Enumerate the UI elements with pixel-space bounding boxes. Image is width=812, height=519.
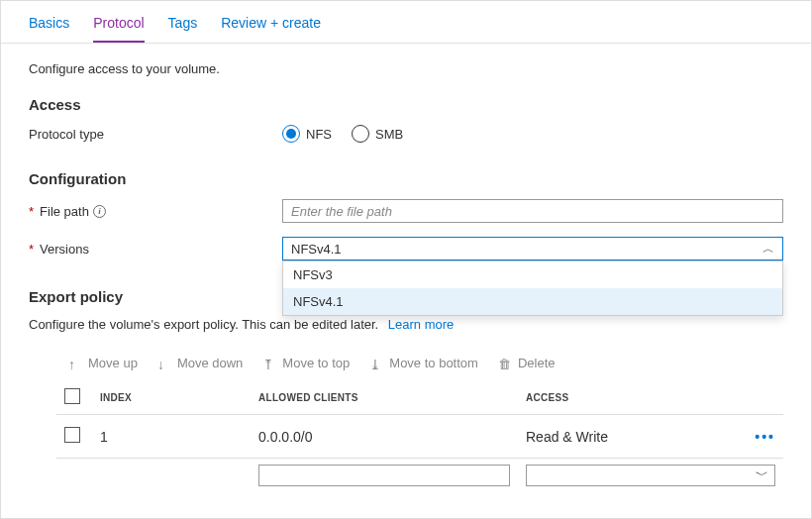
file-path-label: File path xyxy=(40,204,89,219)
table-row: 1 0.0.0.0/0 Read & Write ••• xyxy=(56,415,783,459)
column-access: ACCESS xyxy=(518,380,744,415)
move-down-button[interactable]: Move down xyxy=(157,356,243,370)
move-up-button[interactable]: Move up xyxy=(68,356,138,370)
versions-option-nfsv41[interactable]: NFSv4.1 xyxy=(283,288,782,315)
delete-button[interactable]: Delete xyxy=(498,356,556,370)
move-to-bottom-button[interactable]: Move to bottom xyxy=(369,356,478,370)
arrow-up-icon xyxy=(68,357,82,370)
file-path-input[interactable] xyxy=(282,199,783,223)
versions-dropdown: NFSv3 NFSv4.1 xyxy=(282,260,783,316)
versions-selected-value: NFSv4.1 xyxy=(291,242,342,257)
new-access-select[interactable]: ﹀ xyxy=(526,465,775,486)
row-checkbox[interactable] xyxy=(64,427,80,443)
protocol-nfs-label: NFS xyxy=(306,127,332,142)
column-index: INDEX xyxy=(92,380,251,415)
row-access: Read & Write xyxy=(518,415,744,459)
tab-basics[interactable]: Basics xyxy=(29,15,69,43)
versions-select[interactable]: NFSv4.1 ︿ xyxy=(282,237,783,260)
learn-more-link[interactable]: Learn more xyxy=(388,317,454,332)
tab-protocol[interactable]: Protocol xyxy=(93,15,144,43)
versions-label: Versions xyxy=(40,242,89,257)
protocol-nfs-radio[interactable]: NFS xyxy=(282,125,332,143)
protocol-smb-label: SMB xyxy=(375,127,403,142)
arrow-down-icon xyxy=(157,357,171,370)
tabs-bar: Basics Protocol Tags Review + create xyxy=(1,1,811,44)
export-policy-description: Configure the volume's export policy. Th… xyxy=(29,317,783,332)
trash-icon xyxy=(498,357,512,370)
access-heading: Access xyxy=(29,96,783,113)
export-policy-table: INDEX ALLOWED CLIENTS ACCESS 1 0.0.0.0/0… xyxy=(56,380,783,486)
select-all-checkbox[interactable] xyxy=(64,388,80,404)
new-allowed-clients-input[interactable] xyxy=(258,465,510,486)
arrow-bottom-icon xyxy=(369,357,383,370)
radio-icon xyxy=(352,125,369,143)
policy-toolbar: Move up Move down Move to top Move to bo… xyxy=(29,348,783,380)
chevron-up-icon: ︿ xyxy=(762,241,774,258)
table-input-row: ﹀ xyxy=(56,459,783,487)
required-marker: * xyxy=(29,204,34,219)
protocol-type-label: Protocol type xyxy=(29,127,282,142)
row-actions-menu[interactable]: ••• xyxy=(755,429,775,445)
required-marker: * xyxy=(29,242,34,257)
tab-tags[interactable]: Tags xyxy=(168,15,198,43)
tab-review-create[interactable]: Review + create xyxy=(221,15,321,43)
configuration-heading: Configuration xyxy=(29,170,783,187)
radio-icon xyxy=(282,125,300,143)
move-to-top-button[interactable]: Move to top xyxy=(262,356,350,370)
protocol-smb-radio[interactable]: SMB xyxy=(352,125,403,143)
versions-option-nfsv3[interactable]: NFSv3 xyxy=(283,261,782,288)
info-icon[interactable]: i xyxy=(93,205,106,218)
page-description: Configure access to your volume. xyxy=(29,61,783,76)
column-allowed-clients: ALLOWED CLIENTS xyxy=(251,380,518,415)
row-index: 1 xyxy=(92,415,251,459)
chevron-down-icon: ﹀ xyxy=(756,467,768,484)
row-allowed-clients: 0.0.0.0/0 xyxy=(251,415,518,459)
arrow-top-icon xyxy=(262,357,276,370)
protocol-type-radio-group: NFS SMB xyxy=(282,125,783,143)
